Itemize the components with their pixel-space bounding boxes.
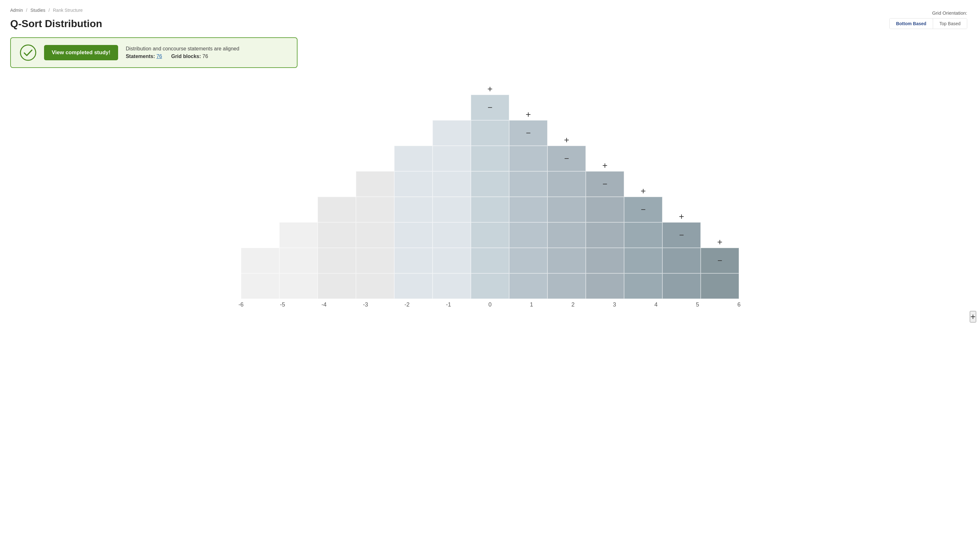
table-row[interactable] <box>356 273 394 299</box>
remove-button-6-0[interactable]: − <box>717 256 722 266</box>
table-row[interactable] <box>394 171 433 197</box>
table-row[interactable]: − <box>701 248 739 273</box>
table-row[interactable] <box>394 222 433 248</box>
table-row[interactable] <box>547 273 586 299</box>
table-row[interactable] <box>586 222 624 248</box>
table-row[interactable] <box>586 197 624 222</box>
add-top-button-4[interactable]: + <box>638 185 648 197</box>
table-row[interactable] <box>547 171 586 197</box>
cells--2 <box>394 146 433 299</box>
table-row[interactable] <box>547 248 586 273</box>
breadcrumb-studies[interactable]: Studies <box>30 8 45 13</box>
table-row[interactable] <box>471 248 509 273</box>
add-top-button-0[interactable]: + <box>485 83 495 95</box>
remove-button-0-0[interactable]: − <box>487 103 492 113</box>
table-row[interactable] <box>662 273 701 299</box>
table-row[interactable]: − <box>471 95 509 120</box>
add-top-button-1[interactable]: + <box>523 109 533 120</box>
table-row[interactable] <box>433 171 471 197</box>
view-completed-study-button[interactable]: View completed study! <box>44 45 118 60</box>
table-row[interactable] <box>356 171 394 197</box>
add-top-button-3[interactable]: + <box>600 160 610 171</box>
remove-button-1-0[interactable]: − <box>526 128 530 138</box>
x-label-1: 1 <box>511 301 552 308</box>
table-row[interactable] <box>509 146 547 171</box>
table-row[interactable] <box>356 197 394 222</box>
table-row[interactable]: − <box>586 171 624 197</box>
table-row[interactable] <box>318 222 356 248</box>
table-row[interactable] <box>433 146 471 171</box>
status-banner: View completed study! Distribution and c… <box>10 37 297 68</box>
remove-button-2-0[interactable]: − <box>564 154 569 164</box>
table-row[interactable] <box>586 273 624 299</box>
table-row[interactable] <box>509 197 547 222</box>
breadcrumb-admin[interactable]: Admin <box>10 8 23 13</box>
table-row[interactable] <box>279 273 318 299</box>
table-row[interactable] <box>279 222 318 248</box>
cells-5: − <box>662 222 701 299</box>
table-row[interactable]: − <box>624 197 662 222</box>
table-row[interactable] <box>701 273 739 299</box>
table-row[interactable] <box>318 248 356 273</box>
column-5: +− <box>662 211 701 299</box>
bottom-based-button[interactable]: Bottom Based <box>890 19 933 29</box>
column-0: +− <box>471 83 509 299</box>
table-row[interactable] <box>318 273 356 299</box>
add-top-button-2[interactable]: + <box>562 134 572 146</box>
table-row[interactable] <box>471 273 509 299</box>
table-row[interactable] <box>433 248 471 273</box>
remove-button-5-0[interactable]: − <box>679 230 684 240</box>
table-row[interactable] <box>662 248 701 273</box>
table-row[interactable] <box>471 222 509 248</box>
table-row[interactable] <box>624 222 662 248</box>
table-row[interactable] <box>624 248 662 273</box>
table-row[interactable] <box>241 273 279 299</box>
table-row[interactable] <box>509 273 547 299</box>
table-row[interactable] <box>241 248 279 273</box>
table-row[interactable] <box>471 171 509 197</box>
top-based-button[interactable]: Top Based <box>933 19 967 29</box>
table-row[interactable] <box>509 171 547 197</box>
cells-6: − <box>701 248 739 299</box>
table-row[interactable] <box>394 197 433 222</box>
table-row[interactable] <box>509 222 547 248</box>
cells-2: − <box>547 146 586 299</box>
table-row[interactable] <box>356 222 394 248</box>
table-row[interactable] <box>471 146 509 171</box>
table-row[interactable] <box>471 120 509 146</box>
cells--3 <box>356 171 394 299</box>
table-row[interactable] <box>547 222 586 248</box>
table-row[interactable]: − <box>509 120 547 146</box>
table-row[interactable] <box>547 197 586 222</box>
table-row[interactable] <box>356 248 394 273</box>
table-row[interactable] <box>433 222 471 248</box>
table-row[interactable] <box>471 197 509 222</box>
table-row[interactable] <box>586 248 624 273</box>
svg-point-0 <box>21 45 36 60</box>
remove-button-3-0[interactable]: − <box>602 179 607 189</box>
statements-value[interactable]: 76 <box>156 54 162 59</box>
table-row[interactable] <box>394 146 433 171</box>
column-2: +− <box>547 134 586 299</box>
table-row[interactable] <box>433 120 471 146</box>
remove-button-4-0[interactable]: − <box>641 205 645 215</box>
table-row[interactable] <box>433 273 471 299</box>
table-row[interactable] <box>394 248 433 273</box>
table-row[interactable]: − <box>662 222 701 248</box>
add-top-button-6[interactable]: + <box>715 236 725 248</box>
cells--5 <box>279 222 318 299</box>
table-row[interactable] <box>279 248 318 273</box>
chart-container: +−+−+−+−+−+−+− -6-5-4-3-2-10123456 + <box>10 83 970 321</box>
x-axis-labels: -6-5-4-3-2-10123456 <box>10 301 970 308</box>
column-6: +− <box>701 236 739 299</box>
grid-orientation-label: Grid Orientation: <box>932 10 967 16</box>
add-top-button-5[interactable]: + <box>677 211 686 222</box>
table-row[interactable]: − <box>547 146 586 171</box>
table-row[interactable] <box>624 273 662 299</box>
bottom-right-add-button[interactable]: + <box>970 311 976 322</box>
table-row[interactable] <box>318 197 356 222</box>
table-row[interactable] <box>394 273 433 299</box>
table-row[interactable] <box>433 197 471 222</box>
grid-blocks-value: 76 <box>203 54 208 59</box>
table-row[interactable] <box>509 248 547 273</box>
